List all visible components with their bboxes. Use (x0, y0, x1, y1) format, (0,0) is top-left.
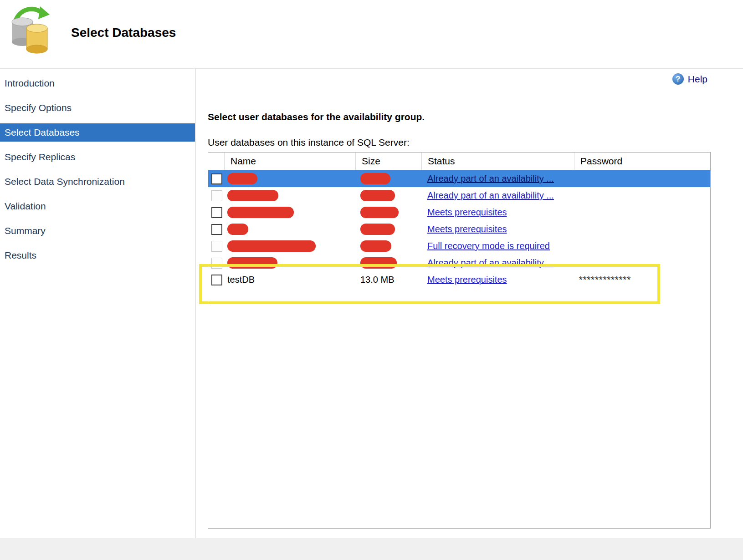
status-link[interactable]: Already part of an availability ... (427, 258, 554, 268)
sidebar-item-label: Specify Options (5, 102, 72, 113)
redaction-mark (360, 207, 399, 218)
row-checkbox[interactable] (211, 207, 222, 218)
column-header-name[interactable]: Name (225, 153, 356, 170)
databases-list-label: User databases on this instance of SQL S… (208, 137, 410, 148)
sidebar-item-label: Select Data Synchronization (5, 176, 125, 187)
db-name-cell (225, 190, 356, 201)
sidebar-item-specify-options[interactable]: Specify Options (0, 99, 195, 117)
row-checkbox[interactable] (211, 275, 222, 285)
checkbox-cell (208, 173, 225, 184)
sidebar-item-validation[interactable]: Validation (0, 197, 195, 215)
sidebar-item-label: Validation (5, 201, 46, 211)
db-name-cell: testDB (225, 275, 356, 285)
status-link[interactable]: Already part of an availability ... (427, 173, 554, 183)
redaction-mark (227, 190, 278, 201)
redaction-mark (227, 173, 257, 184)
table-rows: Already part of an availability ... Alre… (208, 170, 710, 288)
table-row[interactable]: Full recovery mode is required (208, 238, 710, 255)
table-row[interactable]: Meets prerequisites (208, 204, 710, 221)
status-cell: Already part of an availability ... (422, 173, 574, 184)
column-header-password[interactable]: Password (574, 153, 710, 170)
wizard-body: Introduction Specify Options Select Data… (0, 68, 743, 538)
table-header: Name Size Status Password (208, 153, 710, 170)
db-size-cell (356, 224, 422, 235)
status-cell: Already part of an availability ... (422, 258, 574, 268)
redaction-mark (227, 207, 294, 218)
redaction-mark (360, 257, 397, 269)
sidebar-item-label: Select Databases (5, 127, 80, 137)
db-size-cell: 13.0 MB (356, 275, 422, 285)
db-name-cell (225, 207, 356, 218)
db-size-cell (356, 240, 422, 252)
table-row[interactable]: testDB 13.0 MB Meets prerequisites *****… (208, 271, 710, 288)
help-button[interactable]: ? Help (672, 73, 707, 85)
help-label: Help (688, 74, 707, 85)
status-cell: Meets prerequisites (422, 275, 574, 285)
db-size-cell (356, 190, 422, 201)
sidebar-item-select-databases[interactable]: Select Databases (0, 123, 195, 142)
table-row[interactable]: Already part of an availability ... (208, 170, 710, 187)
redaction-mark (360, 224, 395, 235)
db-name-cell (225, 240, 356, 252)
checkbox-cell (208, 207, 225, 218)
database-sync-icon (5, 3, 56, 57)
row-checkbox[interactable] (211, 241, 222, 252)
table-row[interactable]: Meets prerequisites (208, 221, 710, 238)
table-row[interactable]: Already part of an availability ... (208, 255, 710, 271)
status-link[interactable]: Full recovery mode is required (427, 241, 550, 251)
row-checkbox[interactable] (211, 258, 222, 269)
status-cell: Full recovery mode is required (422, 241, 574, 251)
password-cell: ************* (574, 275, 710, 285)
db-name-cell (225, 173, 356, 184)
checkbox-cell (208, 257, 225, 269)
instruction-text: Select user databases for the availabili… (208, 112, 425, 122)
sidebar-item-results[interactable]: Results (0, 246, 195, 265)
footer-band (0, 538, 743, 560)
status-link[interactable]: Meets prerequisites (427, 224, 507, 234)
content-pane: ? Help Select user databases for the ava… (195, 69, 743, 538)
db-name-cell (225, 224, 356, 235)
sidebar-item-label: Specify Replicas (5, 152, 75, 162)
sidebar-item-label: Summary (5, 225, 46, 236)
redaction-mark (360, 173, 390, 184)
help-icon: ? (672, 73, 684, 85)
sidebar: Introduction Specify Options Select Data… (0, 69, 195, 538)
wizard-header: Select Databases (0, 0, 743, 68)
row-checkbox[interactable] (211, 190, 222, 201)
sidebar-item-summary[interactable]: Summary (0, 222, 195, 240)
status-cell: Meets prerequisites (422, 207, 574, 218)
checkbox-cell (208, 240, 225, 252)
checkbox-cell (208, 274, 225, 285)
row-checkbox[interactable] (211, 224, 222, 235)
page-title: Select Databases (71, 25, 176, 40)
db-size-cell (356, 257, 422, 269)
wizard-window: Select Databases Introduction Specify Op… (0, 0, 743, 560)
databases-table: Name Size Status Password Already part o… (208, 152, 711, 529)
redaction-mark (360, 190, 395, 201)
redaction-mark (227, 240, 316, 252)
sidebar-item-select-data-synchronization[interactable]: Select Data Synchronization (0, 173, 195, 191)
sidebar-item-label: Results (5, 250, 36, 260)
sidebar-item-label: Introduction (5, 78, 55, 88)
status-cell: Already part of an availability ... (422, 190, 574, 201)
redaction-mark (227, 224, 248, 235)
db-size-cell (356, 173, 422, 184)
sidebar-item-introduction[interactable]: Introduction (0, 74, 195, 92)
column-header-size[interactable]: Size (356, 153, 422, 170)
redaction-mark (360, 240, 391, 252)
table-row[interactable]: Already part of an availability ... (208, 187, 710, 204)
column-header-checkbox (208, 153, 225, 170)
sidebar-item-specify-replicas[interactable]: Specify Replicas (0, 148, 195, 166)
redaction-mark (227, 257, 277, 269)
db-size-cell (356, 207, 422, 218)
checkbox-cell (208, 190, 225, 201)
status-cell: Meets prerequisites (422, 224, 574, 234)
status-link[interactable]: Already part of an availability ... (427, 190, 554, 200)
status-link[interactable]: Meets prerequisites (427, 275, 507, 285)
db-name-cell (225, 257, 356, 269)
row-checkbox[interactable] (211, 173, 222, 184)
status-link[interactable]: Meets prerequisites (427, 207, 507, 217)
checkbox-cell (208, 224, 225, 235)
column-header-status[interactable]: Status (422, 153, 574, 170)
